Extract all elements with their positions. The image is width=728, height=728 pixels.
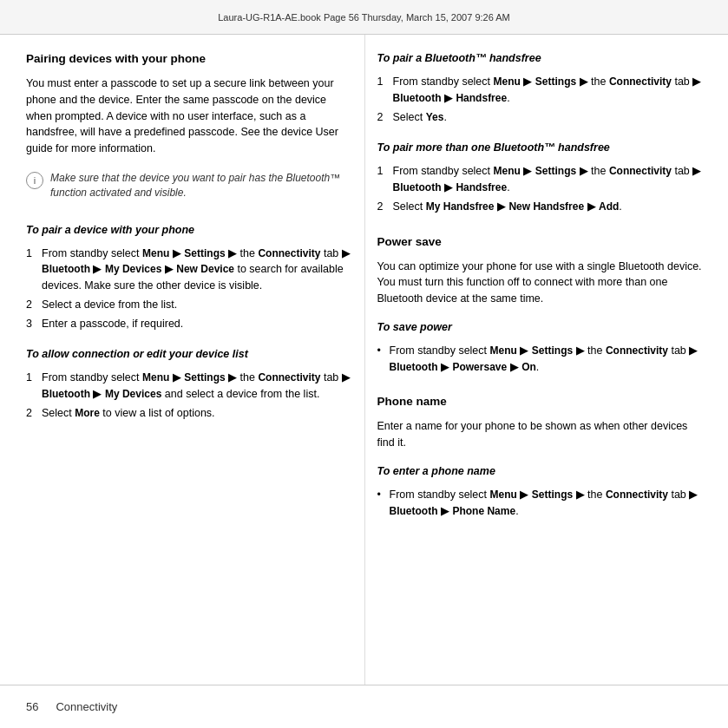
pairing-body: You must enter a passcode to set up a se… bbox=[26, 75, 351, 157]
note-box: i Make sure that the device you want to … bbox=[26, 171, 351, 201]
step-3: 3 Enter a passcode, if required. bbox=[26, 316, 351, 332]
note-text: Make sure that the device you want to pa… bbox=[50, 171, 351, 201]
enter-phone-name-heading: To enter a phone name bbox=[377, 465, 703, 477]
pair-handsfree-steps: 1 From standby select Menu ▶ Settings ▶ … bbox=[377, 74, 703, 128]
allow-connection-steps: 1 From standby select Menu ▶ Settings ▶ … bbox=[26, 370, 351, 423]
pair-more-heading: To pair more than one Bluetooth™ handsfr… bbox=[377, 141, 703, 154]
handsfree-step-2: 2 Select Yes. bbox=[377, 109, 703, 126]
enter-phone-name-item: • From standby select Menu ▶ Settings ▶ … bbox=[377, 487, 703, 520]
pairing-heading: Pairing devices with your phone bbox=[26, 52, 351, 65]
pair-device-heading: To pair a device with your phone bbox=[26, 224, 351, 236]
save-power-item: • From standby select Menu ▶ Settings ▶ … bbox=[377, 343, 703, 376]
page: Laura-UG-R1A-AE.book Page 56 Thursday, M… bbox=[0, 0, 728, 728]
allow-step-1: 1 From standby select Menu ▶ Settings ▶ … bbox=[26, 370, 351, 403]
pair-device-steps: 1 From standby select Menu ▶ Settings ▶ … bbox=[26, 246, 351, 335]
left-column: Pairing devices with your phone You must… bbox=[26, 52, 351, 676]
powersave-heading: Power save bbox=[377, 235, 703, 248]
content-area: Pairing devices with your phone You must… bbox=[0, 35, 728, 685]
pair-more-steps: 1 From standby select Menu ▶ Settings ▶ … bbox=[377, 163, 703, 217]
top-bar: Laura-UG-R1A-AE.book Page 56 Thursday, M… bbox=[0, 0, 728, 35]
powersave-body: You can optimize your phone for use with… bbox=[377, 259, 703, 307]
allow-connection-heading: To allow connection or edit your device … bbox=[26, 348, 351, 360]
allow-step-2: 2 Select More to view a list of options. bbox=[26, 405, 351, 422]
pair-more-step-2: 2 Select My Handsfree ▶ New Handsfree ▶ … bbox=[377, 199, 703, 215]
phone-name-body: Enter a name for your phone to be shown … bbox=[377, 418, 703, 451]
save-power-heading: To save power bbox=[377, 321, 703, 333]
footer: 56 Connectivity bbox=[0, 685, 728, 728]
note-icon: i bbox=[26, 172, 43, 189]
section-label: Connectivity bbox=[56, 700, 117, 713]
phone-name-heading: Phone name bbox=[377, 395, 703, 408]
top-bar-text: Laura-UG-R1A-AE.book Page 56 Thursday, M… bbox=[14, 12, 714, 23]
step-2: 2 Select a device from the list. bbox=[26, 297, 351, 313]
right-column: To pair a Bluetooth™ handsfree 1 From st… bbox=[377, 52, 703, 676]
step-1: 1 From standby select Menu ▶ Settings ▶ … bbox=[26, 246, 351, 294]
pair-more-step-1: 1 From standby select Menu ▶ Settings ▶ … bbox=[377, 163, 703, 196]
page-number: 56 bbox=[26, 700, 38, 713]
save-power-list: • From standby select Menu ▶ Settings ▶ … bbox=[377, 343, 703, 378]
enter-phone-name-list: • From standby select Menu ▶ Settings ▶ … bbox=[377, 487, 703, 522]
pair-handsfree-heading: To pair a Bluetooth™ handsfree bbox=[377, 52, 703, 64]
handsfree-step-1: 1 From standby select Menu ▶ Settings ▶ … bbox=[377, 74, 703, 107]
